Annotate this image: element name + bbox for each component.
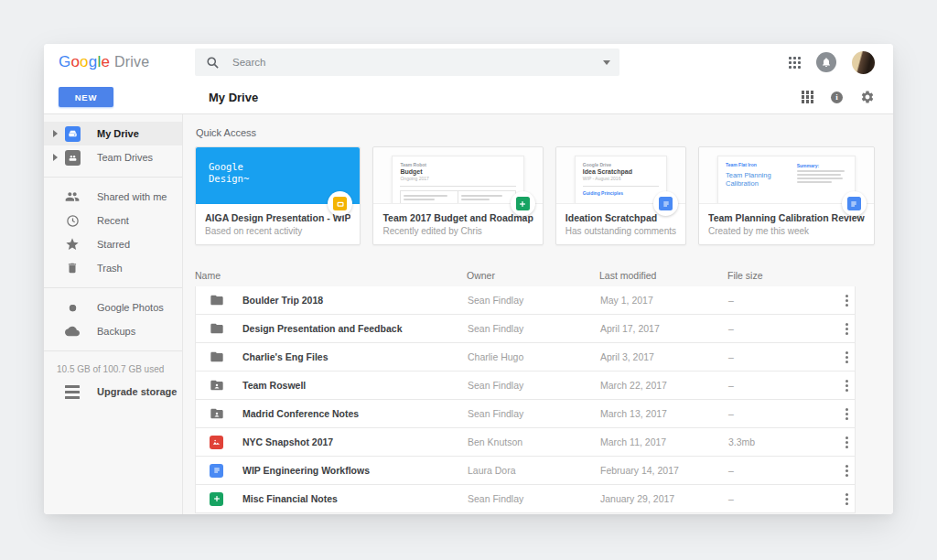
file-size: – — [728, 295, 843, 306]
card-title: AIGA Design Presentation - WIP — [205, 212, 350, 223]
sidebar-item-team-drives[interactable]: Team Drives — [44, 145, 182, 169]
shared-folder-icon — [209, 378, 224, 393]
row-menu-button[interactable] — [843, 320, 851, 338]
sidebar-item-backups[interactable]: Backups — [44, 319, 182, 343]
sidebar-item-label: Recent — [97, 215, 129, 226]
info-icon[interactable]: i — [831, 92, 843, 103]
settings-gear-icon[interactable] — [860, 90, 875, 104]
table-row[interactable]: Boulder Trip 2018 Sean Findlay May 1, 20… — [195, 286, 856, 315]
file-name: WIP Engineering Workflows — [242, 465, 370, 476]
file-owner: Charlie Hugo — [468, 351, 600, 362]
table-row[interactable]: NYC Snapshot 2017 Ben Knutson March 11, … — [195, 428, 856, 457]
row-menu-button[interactable] — [843, 462, 851, 479]
google-photos-icon — [64, 299, 81, 316]
table-row[interactable]: Charlie's Eng Files Charlie Hugo April 3… — [195, 343, 856, 372]
folder-icon — [209, 350, 224, 365]
preview-subtitle: Ongoing 2017 — [400, 176, 515, 181]
star-icon — [64, 236, 81, 253]
table-row[interactable]: Team Roswell Sean Findlay March 22, 2017… — [195, 372, 856, 400]
sidebar-divider — [44, 287, 182, 288]
sidebar-item-label: Google Photos — [97, 302, 164, 313]
file-size: – — [728, 493, 843, 504]
main-content: Quick Access Google Design~ AIGA Design … — [183, 114, 893, 514]
file-owner: Ben Knutson — [468, 436, 600, 447]
row-menu-button[interactable] — [843, 405, 851, 423]
preview-title: Idea Scratchpad — [583, 168, 659, 175]
expand-arrow-icon[interactable] — [53, 154, 58, 161]
file-size: 3.3mb — [728, 436, 843, 447]
row-menu-button[interactable] — [843, 490, 851, 508]
quick-access-card[interactable]: Google Design~ AIGA Design Presentation … — [195, 146, 361, 245]
card-title: Team Planning Calibration Review — [708, 212, 865, 223]
table-row[interactable]: Design Presentation and Feedback Sean Fi… — [195, 315, 856, 343]
cloud-icon — [64, 323, 81, 339]
docs-file-icon — [842, 191, 867, 216]
quick-access-card[interactable]: Team Flat Iron Team Planning Calibration… — [698, 146, 875, 245]
expand-arrow-icon[interactable] — [53, 130, 58, 137]
card-subtitle: Based on recent activity — [205, 226, 350, 236]
file-owner: Sean Findlay — [468, 323, 600, 334]
sidebar-item-recent[interactable]: Recent — [44, 209, 182, 232]
preview-kicker: Team Flat Iron — [726, 162, 792, 167]
row-menu-button[interactable] — [843, 434, 851, 451]
search-icon — [206, 56, 220, 70]
preview-kicker: Google Drive — [583, 162, 659, 167]
table-row[interactable]: Madrid Conference Notes Sean Findlay Mar… — [195, 400, 856, 428]
user-avatar[interactable] — [852, 51, 875, 74]
file-size: – — [728, 351, 843, 362]
file-name: Madrid Conference Notes — [242, 408, 359, 419]
preview-summary-label: Summary: — [797, 163, 847, 168]
top-bar: Google Drive — [44, 44, 893, 81]
my-drive-icon — [64, 125, 81, 142]
file-name: Boulder Trip 2018 — [242, 295, 323, 306]
docs-file-icon — [653, 191, 678, 216]
sidebar-item-upgrade-storage[interactable]: Upgrade storage — [44, 380, 182, 404]
row-menu-button[interactable] — [843, 377, 851, 394]
file-owner: Sean Findlay — [468, 380, 600, 391]
row-menu-button[interactable] — [843, 292, 851, 309]
file-modified: March 11, 2017 — [600, 436, 728, 447]
new-button[interactable]: NEW — [59, 87, 113, 107]
search-input[interactable] — [232, 57, 603, 68]
table-row[interactable]: WIP Engineering Workflows Laura Dora Feb… — [195, 457, 856, 485]
sidebar-item-my-drive[interactable]: My Drive — [44, 122, 182, 145]
apps-grid-icon[interactable] — [789, 57, 801, 69]
column-header-owner[interactable]: Owner — [467, 270, 599, 281]
sidebar-item-label: Starred — [97, 239, 130, 250]
thumbnail-text: Google Design~ — [196, 147, 360, 185]
people-icon — [64, 188, 81, 205]
google-drive-logo[interactable]: Google Drive — [59, 53, 195, 71]
logo-letter: o — [70, 53, 80, 71]
grid-view-icon[interactable] — [802, 91, 814, 103]
sidebar-item-label: Trash — [97, 263, 123, 274]
quick-access-card[interactable]: Google Drive Idea Scratchpad WIP - Augus… — [555, 146, 686, 245]
sidebar-item-label: Team Drives — [97, 152, 153, 163]
sidebar-item-starred[interactable]: Starred — [44, 232, 182, 256]
notifications-bell-icon[interactable] — [816, 52, 836, 72]
sidebar-item-google-photos[interactable]: Google Photos — [44, 296, 182, 319]
file-modified: January 29, 2017 — [600, 493, 728, 504]
column-header-name[interactable]: Name — [195, 270, 467, 281]
logo-letter: o — [80, 53, 89, 71]
sidebar-item-trash[interactable]: Trash — [44, 256, 182, 280]
file-size: – — [728, 323, 843, 334]
column-header-last-modified[interactable]: Last modified — [599, 270, 727, 281]
file-size: – — [728, 465, 843, 476]
search-options-chevron-icon[interactable] — [603, 60, 610, 65]
sidebar-item-label: Upgrade storage — [97, 386, 177, 397]
table-row[interactable]: Misc Financial Notes Sean Findlay Januar… — [195, 485, 856, 513]
product-name: Drive — [114, 54, 149, 70]
preview-table — [400, 190, 515, 204]
file-size: – — [728, 380, 843, 391]
row-menu-button[interactable] — [843, 349, 851, 366]
storage-usage-text: 10.5 GB of 100.7 GB used — [44, 359, 182, 376]
sidebar-divider — [44, 350, 182, 351]
clock-icon — [64, 212, 81, 229]
file-owner: Sean Findlay — [468, 295, 600, 306]
search-bar[interactable] — [195, 48, 619, 76]
table-header: Name Owner Last modified File size — [195, 264, 856, 286]
quick-access-cards: Google Design~ AIGA Design Presentation … — [195, 146, 856, 245]
sidebar-item-shared-with-me[interactable]: Shared with me — [44, 185, 182, 209]
column-header-file-size[interactable]: File size — [727, 270, 842, 281]
quick-access-card[interactable]: Team Robot Budget Ongoing 2017 — [372, 146, 543, 245]
